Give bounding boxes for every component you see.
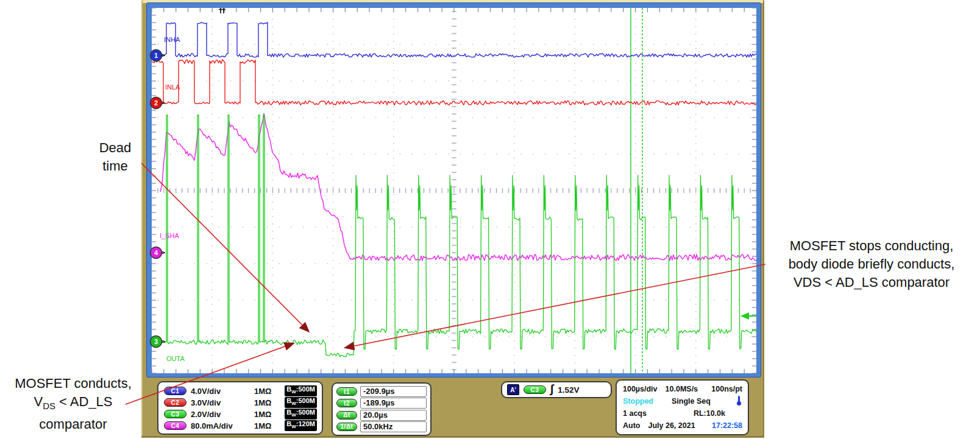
- cursor-row-t1: t1 -209.9µs: [336, 386, 427, 397]
- channel-scale-c1: 4.0V/div: [191, 387, 254, 396]
- channel-scale-c3: 2.0V/div: [191, 410, 254, 419]
- scope-screen-frame: 1243INHAINLAI_SHAOUTA: [146, 2, 761, 378]
- cursor-pill-t1: t1: [336, 387, 357, 396]
- trigger-channel-pill: C3: [524, 385, 546, 394]
- channel-impedance-c2: 1MΩ: [254, 398, 279, 407]
- channel-3-badge[interactable]: 3: [151, 336, 166, 348]
- rising-slope-icon: ∫: [550, 384, 553, 394]
- trigger-level: 1.52V: [558, 385, 579, 395]
- trace-label-inha: INHA: [164, 36, 180, 43]
- cursor-value-t1: -209.9µs: [360, 386, 427, 397]
- page-root: 1243INHAINLAI_SHAOUTA C1 4.0V/div 1MΩ BW…: [0, 0, 980, 439]
- channel-2-badge[interactable]: 2: [151, 97, 166, 109]
- acquisition-count: 1 acqs: [623, 409, 647, 418]
- channel-row-c4: C4 80.0mA/div 1MΩ BW:120M: [164, 420, 317, 431]
- channel-impedance-c1: 1MΩ: [254, 387, 279, 396]
- channel-row-c1: C1 4.0V/div 1MΩ BW:500M: [164, 385, 317, 396]
- trigger-source-badge: A': [507, 384, 519, 395]
- acquisition-status: Stopped: [623, 397, 661, 406]
- acquisition-mode: Single Seq: [672, 397, 711, 406]
- timebase-scale: 100µs/div: [623, 385, 658, 393]
- svg-text:1: 1: [154, 52, 158, 59]
- channel-impedance-c3: 1MΩ: [254, 410, 279, 419]
- cursor-value-inv-dt: 50.0kHz: [360, 421, 427, 432]
- trigger-readout-box[interactable]: A' C3 ∫ 1.52V: [501, 381, 612, 398]
- svg-text:3: 3: [154, 338, 158, 345]
- thermometer-icon: [736, 395, 742, 408]
- waveform-plot: 1243INHAINLAI_SHAOUTA: [152, 8, 756, 373]
- cursor-pill-t2: t2: [336, 399, 357, 407]
- scope-display[interactable]: 1243INHAINLAI_SHAOUTA: [152, 8, 756, 373]
- timebase-row-datetime: Auto July 26, 2021 17:22:58: [623, 420, 742, 431]
- cursor-row-dt: Δt 20.0µs: [336, 410, 427, 421]
- timebase-readout-box[interactable]: 100µs/div 10.0MS/s 100ns/pt Stopped Sing…: [616, 379, 749, 435]
- channel-pill-c1[interactable]: C1: [164, 387, 186, 395]
- cursor-row-t2: t2 -189.9µs: [336, 398, 427, 409]
- record-length: RL:10.0k: [694, 409, 725, 418]
- svg-text:4: 4: [154, 249, 158, 256]
- timebase-row-scale: 100µs/div 10.0MS/s 100ns/pt: [623, 384, 742, 395]
- bandwidth-badge-c3[interactable]: BW:500M: [285, 409, 317, 420]
- oscilloscope-bezel: 1243INHAINLAI_SHAOUTA C1 4.0V/div 1MΩ BW…: [141, 0, 764, 438]
- channel-1-badge[interactable]: 1: [151, 50, 166, 61]
- timebase-row-acqs: 1 acqs RL:10.0k: [623, 408, 742, 419]
- timebase-row-status: Stopped Single Seq: [623, 396, 742, 407]
- cursor-pill-inv-dt: 1/Δt: [336, 423, 357, 431]
- channel-pill-c4[interactable]: C4: [164, 421, 186, 430]
- channel-row-c3: C3 2.0V/div 1MΩ BW:500M: [164, 409, 317, 420]
- sample-resolution: 100ns/pt: [711, 385, 742, 393]
- channel-impedance-c4: 1MΩ: [254, 421, 279, 430]
- cursor-readout-box[interactable]: t1 -209.9µs t2 -189.9µs Δt 20.0µs 1/Δt 5…: [332, 382, 431, 436]
- channel-pill-c2[interactable]: C2: [164, 398, 186, 407]
- bandwidth-badge-c1[interactable]: BW:500M: [285, 385, 317, 396]
- bandwidth-badge-c2[interactable]: BW:500M: [285, 397, 317, 408]
- svg-text:2: 2: [154, 99, 158, 107]
- dead-time-annotation: Dead time: [78, 139, 152, 175]
- mosfet-stops-annotation: MOSFET stops conducting, body diode brie…: [763, 237, 980, 292]
- bandwidth-badge-c4[interactable]: BW:120M: [285, 420, 317, 431]
- trigger-mode: Auto: [623, 421, 640, 430]
- channel-pill-c3[interactable]: C3: [164, 410, 186, 418]
- cursor-value-t2: -189.9µs: [360, 398, 427, 409]
- trace-label-i_sha: I_SHA: [160, 232, 179, 239]
- channel-4-badge[interactable]: 4: [151, 247, 166, 259]
- time-label: 17:22:58: [712, 421, 742, 430]
- cursor-row-inv-dt: 1/Δt 50.0kHz: [336, 421, 427, 432]
- channel-scale-c4: 80.0mA/div: [191, 421, 254, 430]
- cursor-pill-dt: Δt: [336, 411, 357, 420]
- channel-readout-box[interactable]: C1 4.0V/div 1MΩ BW:500M C2 3.0V/div 1MΩ …: [157, 381, 323, 435]
- mosfet-conducts-annotation: MOSFET conducts, VDS < AD_LS comparator: [0, 374, 146, 434]
- channel-scale-c2: 3.0V/div: [191, 398, 254, 407]
- trace-label-outa: OUTA: [166, 355, 185, 362]
- cursor-value-dt: 20.0µs: [360, 410, 427, 421]
- trace-label-inla: INLA: [165, 83, 180, 91]
- date-label: July 26, 2021: [648, 421, 695, 430]
- channel-row-c2: C2 3.0V/div 1MΩ BW:500M: [164, 397, 317, 408]
- sample-rate: 10.0MS/s: [666, 385, 698, 393]
